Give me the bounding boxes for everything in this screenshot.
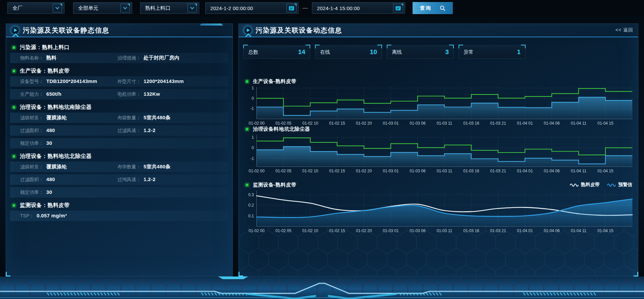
chart-title: 生产设备-熟料皮带 (253, 78, 297, 85)
chart-monitor-device: 监测设备-熟料皮带 熟料皮带 预警信 0.30.20.101-02 0001-0… (243, 180, 634, 235)
stat-card: 在线10 (315, 45, 382, 59)
section-header: 污染源：熟料上料口 (10, 42, 228, 53)
field-value: 480 (46, 127, 55, 133)
chart-legend: 熟料皮带 预警信 (570, 182, 632, 188)
svg-text:01-02 20: 01-02 20 (356, 228, 372, 233)
static-panel-body: 污染源：熟料上料口物料名称：熟料治理措施：处于封闭厂房内生产设备：熟料皮带设备型… (6, 37, 232, 221)
chevron-down-icon[interactable] (120, 4, 130, 12)
header-notch-ornament (13, 34, 19, 37)
corner-ornament (634, 272, 638, 276)
field-value: 30 (46, 189, 52, 195)
field-label: 过滤风速： (117, 128, 141, 134)
corner-ornament (6, 272, 10, 276)
svg-text:01-04 11: 01-04 11 (571, 228, 587, 233)
calendar-icon[interactable] (286, 4, 297, 12)
green-square-icon (245, 80, 249, 83)
info-cell: 外型尺寸：1200*204143mm (117, 78, 184, 85)
svg-text:01-04 01: 01-04 01 (517, 228, 533, 233)
info-row: 滤袋材质：覆膜涤纶布华数量：5室共480条 (10, 162, 228, 172)
section-title: 监测设备：熟料皮带 (20, 202, 70, 209)
info-cell: 治理措施：处于封闭厂房内 (117, 55, 179, 61)
green-square-icon (12, 69, 16, 73)
legend-label: 预警信 (618, 182, 632, 188)
chart-title-row: 治理设备料地坑北除尘器 (243, 125, 634, 133)
wave-line-icon (607, 183, 616, 187)
back-button[interactable]: << 返回 (615, 27, 633, 33)
plant-select-value: 全厂 (12, 5, 53, 11)
chart-title: 治理设备料地坑北除尘器 (253, 126, 310, 132)
svg-text:01-02 20: 01-02 20 (356, 169, 372, 173)
field-label: 过鸿风速： (117, 177, 141, 183)
start-date-value: 2024-1-2 00:00:00 (210, 5, 286, 11)
field-value: 覆膜涤纶 (46, 164, 67, 170)
stat-card: 离线3 (387, 45, 454, 59)
svg-text:0.2: 0.2 (248, 203, 254, 208)
svg-text:01-03 06: 01-03 06 (410, 169, 426, 173)
legend-item[interactable]: 预警信 (607, 182, 632, 188)
chevron-down-icon[interactable] (187, 4, 197, 12)
chart-canvas: 10-101-02 0001-02 0501-02 1001-02 1501-0… (243, 86, 634, 126)
field-value: 熟料 (46, 55, 57, 61)
unit-select[interactable]: 全部单元 (73, 2, 132, 14)
dynamic-panel-header: 污染源及关联设备动态信息 << 返回 (239, 24, 638, 37)
section-title: 治理设备：熟料地坑北除尘器 (20, 153, 92, 160)
svg-text:01-04 11: 01-04 11 (571, 169, 587, 173)
info-row: 额定功率：30 (10, 187, 228, 198)
dashboard: 全厂 全部单元 熟料上料口 2024-1-2 00:00:00 (0, 0, 644, 299)
stat-value: 10 (370, 48, 377, 56)
svg-text:01-02 00: 01-02 00 (249, 169, 265, 173)
green-square-icon (12, 105, 16, 109)
static-panel-header: 污染源及关联设备静态信息 (6, 24, 232, 37)
svg-text:01-03 11: 01-03 11 (437, 228, 452, 233)
field-label: TSP： (20, 213, 34, 219)
info-cell: 布华数量：5室共480条 (117, 164, 170, 170)
info-row: 过滤面积：480过鸿风速：1.2-2 (10, 174, 228, 185)
info-row: 设备型号：TDB1200*204143mm外型尺寸：1200*204143mm (10, 76, 228, 87)
section-title: 生产设备：熟料皮带 (20, 68, 70, 75)
field-label: 过滤面积： (20, 128, 44, 134)
chart-treatment-device: 治理设备料地坑北除尘器 10-101-02 0001-02 0501-02 10… (243, 125, 634, 175)
svg-text:01-04 15: 01-04 15 (597, 169, 613, 173)
chart-canvas: 10-101-02 0001-02 0501-02 1001-02 1501-0… (243, 133, 634, 174)
search-icon (440, 5, 445, 11)
info-cell: 滤袋材质：覆膜涤纶 (20, 164, 117, 170)
info-row: 额定功率：30 (10, 138, 228, 148)
stat-value: 3 (445, 48, 449, 56)
section-title: 治理设备：熟料地坑南除尘器 (20, 104, 92, 111)
calendar-glyph (288, 5, 294, 11)
dynamic-info-panel: 污染源及关联设备动态信息 << 返回 总数14在线10离线3异常1 生产设备-熟… (238, 24, 638, 276)
plant-select[interactable]: 全厂 (7, 2, 64, 14)
chevron-down-icon[interactable] (53, 4, 62, 12)
stat-label: 离线 (392, 49, 402, 55)
header-notch-ornament (246, 34, 252, 37)
field-label: 物料名称： (20, 55, 44, 61)
svg-text:-1: -1 (250, 156, 254, 161)
query-button[interactable]: 查询 (413, 2, 453, 14)
static-panel-title: 污染源及关联设备静态信息 (23, 26, 109, 35)
legend-item[interactable]: 熟料皮带 (570, 182, 600, 188)
section-header: 治理设备：熟料地坑北除尘器 (10, 151, 228, 162)
start-date-input[interactable]: 2024-1-2 00:00:00 (205, 2, 299, 14)
section-title: 污染源：熟料上料口 (20, 44, 70, 51)
field-label: 电机功率： (117, 91, 141, 97)
info-cell: 物料名称：熟料 (20, 55, 117, 61)
info-cell: TSP：0.057 mg/m³ (20, 213, 117, 219)
svg-text:01-03 01: 01-03 01 (383, 228, 399, 233)
wave-line-icon (570, 183, 579, 187)
source-select[interactable]: 熟料上料口 (140, 2, 199, 14)
svg-text:01-03 01: 01-03 01 (383, 169, 399, 173)
info-row: 物料名称：熟料治理措施：处于封闭厂房内 (10, 53, 228, 63)
info-row: 滤袋材质：覆膜涤纶布袋数量：5室共480条 (10, 113, 228, 123)
svg-text:01-04 01: 01-04 01 (517, 169, 533, 173)
info-cell: 生产能力：650t/h (20, 91, 117, 97)
svg-text:0: 0 (252, 145, 254, 150)
static-info-panel: 污染源及关联设备静态信息 污染源：熟料上料口物料名称：熟料治理措施：处于封闭厂房… (6, 24, 233, 276)
calendar-icon[interactable] (393, 4, 403, 12)
svg-text:01-02 15: 01-02 15 (329, 169, 345, 173)
footer-decoration (0, 276, 644, 299)
info-cell: 设备型号：TDB1200*204143mm (20, 78, 117, 85)
chart-title: 监测设备-熟料皮带 (253, 182, 297, 188)
legend-label: 熟料皮带 (581, 182, 600, 188)
field-value: 处于封闭厂房内 (144, 55, 179, 61)
end-date-input[interactable]: 2024-1-4 15:00:00 (312, 2, 405, 14)
